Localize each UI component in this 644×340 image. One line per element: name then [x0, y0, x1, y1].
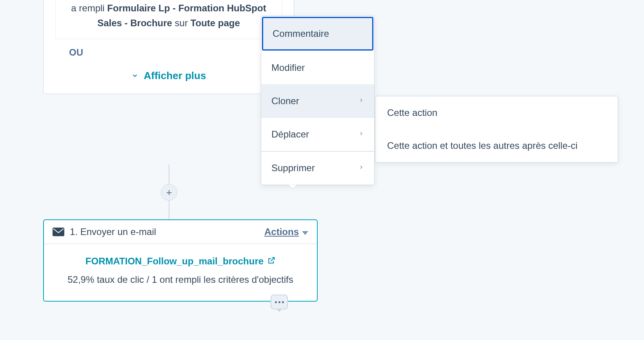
svg-marker-1 — [302, 231, 308, 235]
action-stats: 52,9% taux de clic / 1 ont rempli les cr… — [56, 272, 305, 287]
mail-icon — [53, 228, 64, 236]
show-more-label: Afficher plus — [144, 70, 206, 82]
email-template-link[interactable]: FORMATION_Follow_up_mail_brochure — [86, 256, 275, 267]
submenu-this-and-after-label: Cette action et toutes les autres après … — [387, 140, 578, 151]
action-title: 1. Envoyer un e-mail — [53, 226, 156, 237]
submenu-this-and-after[interactable]: Cette action et toutes les autres après … — [375, 129, 618, 162]
caret-down-icon — [302, 226, 308, 237]
dropdown-move-label: Déplacer — [271, 129, 309, 140]
actions-dropdown-trigger[interactable]: Actions — [264, 226, 308, 237]
trigger-condition[interactable]: a rempli Formulaire Lp - Formation HubSp… — [55, 0, 282, 39]
plus-icon: + — [166, 186, 172, 199]
trigger-page-ref: Toute page — [191, 18, 240, 28]
svg-rect-0 — [53, 228, 64, 236]
action-step-label: 1. Envoyer un e-mail — [70, 226, 156, 237]
trigger-text: a rempli Formulaire Lp - Formation HubSp… — [67, 1, 270, 31]
comment-button[interactable] — [271, 295, 288, 309]
dropdown-tail — [289, 185, 297, 189]
chevron-right-icon — [358, 96, 364, 107]
or-separator: OU — [69, 47, 282, 58]
chevron-down-icon — [131, 70, 138, 82]
trigger-card: a rempli Formulaire Lp - Formation HubSp… — [43, 0, 294, 94]
comment-icon — [275, 301, 284, 303]
action-card[interactable]: 1. Envoyer un e-mail Actions FORMATION_F… — [43, 219, 318, 302]
submenu-this-action-label: Cette action — [387, 107, 437, 118]
dropdown-item-edit[interactable]: Modifier — [261, 51, 374, 85]
dropdown-comment-label: Commentaire — [273, 28, 329, 39]
clone-submenu: Cette action Cette action et toutes les … — [375, 96, 618, 163]
chevron-right-icon — [358, 129, 364, 140]
show-more-button[interactable]: Afficher plus — [55, 70, 282, 82]
action-card-header: 1. Envoyer un e-mail Actions — [44, 220, 317, 244]
email-template-name: FORMATION_Follow_up_mail_brochure — [86, 256, 264, 267]
dropdown-item-comment[interactable]: Commentaire — [262, 17, 373, 51]
submenu-this-action[interactable]: Cette action — [375, 96, 618, 129]
dropdown-delete-label: Supprimer — [271, 163, 315, 174]
trigger-prefix: a rempli — [71, 3, 104, 13]
workflow-canvas: a rempli Formulaire Lp - Formation HubSp… — [0, 0, 644, 340]
dropdown-item-move[interactable]: Déplacer — [261, 118, 374, 151]
actions-label: Actions — [264, 226, 299, 237]
external-link-icon — [267, 256, 275, 267]
add-step-button[interactable]: + — [161, 184, 177, 201]
dropdown-clone-label: Cloner — [271, 96, 299, 107]
action-card-body: FORMATION_Follow_up_mail_brochure 52,9% … — [44, 244, 317, 301]
dropdown-item-clone[interactable]: Cloner — [261, 85, 374, 118]
actions-dropdown: Commentaire Modifier Cloner Déplacer Sup… — [261, 16, 375, 185]
chevron-right-icon — [358, 163, 364, 174]
dropdown-edit-label: Modifier — [271, 62, 305, 73]
trigger-middle: sur — [175, 18, 188, 28]
dropdown-item-delete[interactable]: Supprimer — [261, 152, 374, 185]
